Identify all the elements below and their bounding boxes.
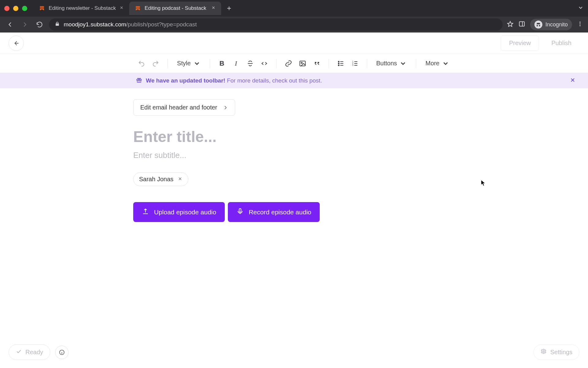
svg-point-9 xyxy=(301,62,302,63)
footer-right: Settings xyxy=(533,344,579,360)
gear-icon xyxy=(541,348,547,356)
gift-icon xyxy=(136,77,142,85)
tab-close-icon[interactable] xyxy=(119,5,124,11)
code-button[interactable] xyxy=(258,57,271,70)
svg-point-20 xyxy=(543,351,544,352)
preview-button[interactable]: Preview xyxy=(501,36,539,51)
svg-rect-1 xyxy=(40,8,44,9)
chevron-down-icon xyxy=(193,60,201,67)
back-button[interactable] xyxy=(9,36,24,51)
image-button[interactable] xyxy=(296,57,309,70)
bold-button[interactable]: B xyxy=(216,57,228,70)
buttons-label: Buttons xyxy=(376,60,397,67)
link-button[interactable] xyxy=(282,57,295,70)
more-label: More xyxy=(425,60,439,67)
lock-icon xyxy=(55,21,60,28)
edit-email-header-footer-label: Edit email header and footer xyxy=(140,104,217,111)
editor-body: Edit email header and footer Sarah Jonas… xyxy=(133,99,455,222)
svg-point-6 xyxy=(579,23,580,24)
browser-tab-podcast[interactable]: Editing podcast - Substack xyxy=(129,2,221,15)
new-tab-button[interactable] xyxy=(224,3,235,14)
tab-close-icon[interactable] xyxy=(211,5,216,11)
subtitle-input[interactable] xyxy=(133,151,455,160)
publish-button[interactable]: Publish xyxy=(543,36,579,51)
svg-point-12 xyxy=(338,65,339,66)
publish-label: Publish xyxy=(551,40,571,47)
title-input[interactable] xyxy=(133,128,455,146)
info-button[interactable] xyxy=(55,346,69,359)
url-path: /publish/post?type=podcast xyxy=(126,21,197,28)
buttons-dropdown[interactable]: Buttons xyxy=(373,57,411,70)
svg-point-11 xyxy=(338,63,339,64)
svg-rect-18 xyxy=(239,209,241,212)
ready-label: Ready xyxy=(25,349,43,356)
tabs-dropdown-icon[interactable] xyxy=(578,5,584,12)
toolbar-update-banner: We have an updated toolbar! For more det… xyxy=(0,73,588,88)
banner-rest-text[interactable]: For more details, check out this post. xyxy=(227,77,322,84)
numbered-list-button[interactable]: 123 xyxy=(349,57,361,70)
incognito-chip[interactable]: Incognito xyxy=(530,19,572,30)
chevron-right-icon xyxy=(223,105,228,110)
blockquote-button[interactable] xyxy=(310,57,323,70)
nav-forward-button[interactable] xyxy=(20,19,30,30)
svg-point-5 xyxy=(579,22,580,23)
author-chip[interactable]: Sarah Jonas xyxy=(133,172,188,186)
banner-close-button[interactable] xyxy=(570,77,576,85)
svg-rect-3 xyxy=(136,8,140,9)
nav-reload-button[interactable] xyxy=(34,19,45,30)
app-header: Preview Publish xyxy=(0,33,588,54)
window-close-button[interactable] xyxy=(4,6,9,11)
undo-button[interactable] xyxy=(135,57,148,70)
style-dropdown[interactable]: Style xyxy=(173,57,204,70)
chrome-menu-icon[interactable] xyxy=(577,21,583,28)
substack-favicon-icon xyxy=(39,5,45,11)
incognito-label: Incognito xyxy=(545,21,568,28)
svg-point-7 xyxy=(579,25,580,26)
window-controls xyxy=(4,6,27,11)
nav-bar: moodjoy1.substack.com/publish/post?type=… xyxy=(0,17,588,33)
chevron-down-icon xyxy=(399,60,407,67)
redo-button[interactable] xyxy=(149,57,162,70)
nav-back-button[interactable] xyxy=(5,19,15,30)
banner-strong-text: We have an updated toolbar! xyxy=(146,77,225,84)
settings-button[interactable]: Settings xyxy=(533,344,579,360)
italic-button[interactable]: I xyxy=(230,57,243,70)
address-bar[interactable]: moodjoy1.substack.com/publish/post?type=… xyxy=(49,18,503,31)
author-name: Sarah Jonas xyxy=(139,176,173,183)
settings-label: Settings xyxy=(550,349,572,356)
browser-tab-newsletter[interactable]: Editing newsletter - Substack xyxy=(33,2,129,15)
svg-rect-2 xyxy=(136,6,140,7)
edit-email-header-footer-button[interactable]: Edit email header and footer xyxy=(133,99,235,116)
record-episode-audio-button[interactable]: Record episode audio xyxy=(228,202,320,222)
browser-chrome: Editing newsletter - Substack Editing po… xyxy=(0,0,588,33)
check-icon xyxy=(16,348,22,356)
strikethrough-button[interactable] xyxy=(244,57,257,70)
tab-title: Editing podcast - Substack xyxy=(145,5,206,11)
microphone-icon xyxy=(236,208,244,217)
bookmark-star-icon[interactable] xyxy=(507,21,514,29)
mouse-cursor-icon xyxy=(481,180,486,186)
window-maximize-button[interactable] xyxy=(22,6,27,11)
more-dropdown[interactable]: More xyxy=(422,57,453,70)
url-host: moodjoy1.substack.com xyxy=(64,21,126,28)
ready-status-chip[interactable]: Ready xyxy=(9,344,50,360)
upload-icon xyxy=(142,208,149,217)
upload-label: Upload episode audio xyxy=(154,209,216,216)
chrome-right-icons: Incognito xyxy=(507,19,583,30)
author-remove-icon[interactable] xyxy=(178,176,183,183)
upload-episode-audio-button[interactable]: Upload episode audio xyxy=(133,202,225,222)
svg-point-10 xyxy=(338,61,339,62)
bullet-list-button[interactable] xyxy=(334,57,347,70)
tab-strip: Editing newsletter - Substack Editing po… xyxy=(0,0,588,17)
tab-title: Editing newsletter - Substack xyxy=(49,5,116,11)
editor-toolbar: Style B I xyxy=(0,54,588,73)
incognito-icon xyxy=(534,21,542,29)
preview-label: Preview xyxy=(509,40,531,47)
app-viewport: Preview Publish Style B I xyxy=(0,33,588,368)
window-minimize-button[interactable] xyxy=(13,6,18,11)
side-panel-icon[interactable] xyxy=(518,21,525,29)
svg-text:3: 3 xyxy=(352,64,353,66)
url-text: moodjoy1.substack.com/publish/post?type=… xyxy=(64,21,197,28)
svg-rect-0 xyxy=(40,6,44,7)
svg-rect-8 xyxy=(300,61,305,66)
